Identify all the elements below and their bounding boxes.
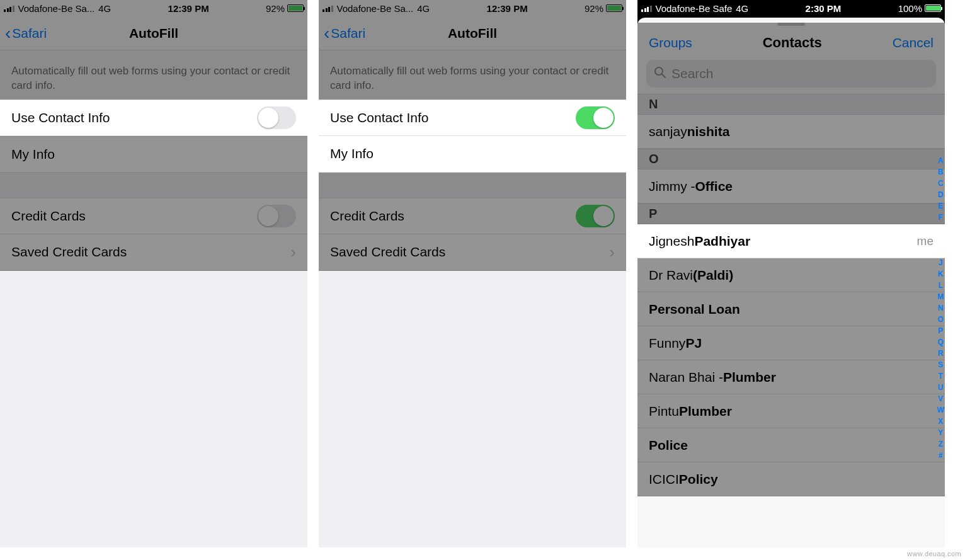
row-label: Credit Cards [330,209,576,224]
signal-bars-icon [323,5,333,12]
carrier-label: Vodafone-Be Sa... [337,3,414,14]
index-letter[interactable]: C [937,179,944,188]
contact-row[interactable]: Funny PJ [637,326,945,360]
contact-row[interactable]: Dr Ravi (Paldi) [637,258,945,292]
use-contact-info-row[interactable]: Use Contact Info [0,100,307,136]
index-letter[interactable]: J [937,258,944,267]
saved-credit-cards-row[interactable]: Saved Credit Cards › [319,234,626,271]
index-letter[interactable]: V [937,394,944,403]
modal-nav: Groups Contacts Cancel [637,26,945,57]
network-label: 4G [736,3,748,14]
section-header-o: O [637,149,945,169]
battery-icon [287,4,304,12]
back-label: Safari [331,26,365,41]
contact-row-me[interactable]: Jignesh Padhiyar me [637,224,945,258]
saved-credit-cards-row[interactable]: Saved Credit Cards › [0,234,307,271]
credit-cards-row[interactable]: Credit Cards [0,198,307,234]
svg-line-1 [662,74,665,77]
nav-bar: ‹ Safari AutoFill [0,16,307,50]
section-description: Automatically fill out web forms using y… [319,50,626,100]
row-label: Use Contact Info [11,110,257,125]
section-description: Automatically fill out web forms using y… [0,50,307,100]
index-letter[interactable]: D [937,190,944,199]
index-letter[interactable]: S [937,360,944,369]
clock-label: 12:39 PM [111,3,266,14]
back-label: Safari [12,26,47,41]
use-contact-info-toggle[interactable] [576,106,615,129]
screen-2-autofill-on: Vodafone-Be Sa... 4G 12:39 PM 92% ‹ Safa… [319,0,626,547]
status-bar: Vodafone-Be Sa... 4G 12:39 PM 92% [319,0,626,16]
contact-row[interactable]: Police [637,428,945,462]
contact-row[interactable]: Naran Bhai - Plumber [637,360,945,394]
contacts-modal: Groups Contacts Cancel Search N sanjay n… [637,18,945,547]
status-bar: Vodafone-Be Sa... 4G 12:39 PM 92% [0,0,307,16]
contact-row[interactable]: Personal Loan [637,292,945,326]
battery-percent: 92% [266,3,285,14]
my-info-row[interactable]: My Info [319,136,626,173]
row-label: My Info [330,146,615,161]
index-letter[interactable]: U [937,383,944,392]
clock-label: 2:30 PM [748,3,898,14]
index-letter[interactable]: B [937,168,944,176]
clock-label: 12:39 PM [430,3,585,14]
row-label: Credit Cards [11,209,257,224]
index-letter[interactable]: R [937,349,944,358]
index-letter[interactable]: Q [937,338,944,346]
carrier-label: Vodafone-Be Safe [656,3,733,14]
index-letter[interactable]: X [937,417,944,426]
status-bar: Vodafone-Be Safe 4G 2:30 PM 100% [637,0,945,16]
back-button[interactable]: ‹ Safari [5,25,47,42]
me-badge: me [917,234,934,248]
nav-bar: ‹ Safari AutoFill [319,16,626,50]
credit-cards-row[interactable]: Credit Cards [319,198,626,234]
battery-icon [925,4,941,12]
index-letter[interactable]: Y [937,428,944,437]
contact-row[interactable]: sanjay nishita [637,115,945,149]
section-header-n: N [637,94,945,115]
search-placeholder: Search [671,66,714,81]
index-letter[interactable]: O [937,315,944,324]
chevron-left-icon: ‹ [5,25,11,42]
screen-1-autofill-off: Vodafone-Be Sa... 4G 12:39 PM 92% ‹ Safa… [0,0,307,547]
chevron-right-icon: › [609,243,615,262]
row-label: Saved Credit Cards [11,244,290,260]
watermark: www.deuaq.com [907,550,961,557]
chevron-right-icon: › [290,243,296,262]
index-letter[interactable]: A [937,156,944,165]
network-label: 4G [417,3,430,14]
search-icon [654,66,666,82]
credit-cards-toggle[interactable] [576,205,615,227]
contact-row[interactable]: Jimmy - Office [637,169,945,203]
use-contact-info-toggle[interactable] [257,106,296,129]
alphabet-index[interactable]: ABCDEFGHIJKLMNOPQRSTUVWXYZ# [937,156,944,460]
contact-row[interactable]: ICICI Policy [637,462,945,496]
index-letter[interactable]: # [937,451,944,460]
back-button[interactable]: ‹ Safari [324,25,365,42]
svg-point-0 [655,67,663,75]
index-letter[interactable]: E [937,202,944,210]
signal-bars-icon [641,5,652,12]
index-letter[interactable]: Z [937,440,944,449]
battery-percent: 100% [898,3,922,14]
index-letter[interactable]: T [937,372,944,380]
groups-button[interactable]: Groups [649,35,692,50]
index-letter[interactable]: F [937,213,944,222]
index-letter[interactable]: L [937,281,944,290]
credit-cards-toggle[interactable] [257,205,296,227]
cancel-button[interactable]: Cancel [893,35,934,50]
modal-title: Contacts [763,35,822,51]
index-letter[interactable]: W [937,406,944,414]
index-letter[interactable]: N [937,304,944,312]
index-letter[interactable]: M [937,292,944,301]
search-input[interactable]: Search [646,60,936,88]
row-label: Saved Credit Cards [330,244,609,260]
contact-row[interactable]: Pintu Plumber [637,394,945,428]
section-header-p: P [637,203,945,224]
index-letter[interactable]: P [937,326,944,335]
network-label: 4G [98,3,111,14]
use-contact-info-row[interactable]: Use Contact Info [319,100,626,136]
index-letter[interactable]: K [937,270,944,278]
carrier-label: Vodafone-Be Sa... [18,3,95,14]
signal-bars-icon [4,5,14,12]
my-info-row[interactable]: My Info [0,136,307,173]
